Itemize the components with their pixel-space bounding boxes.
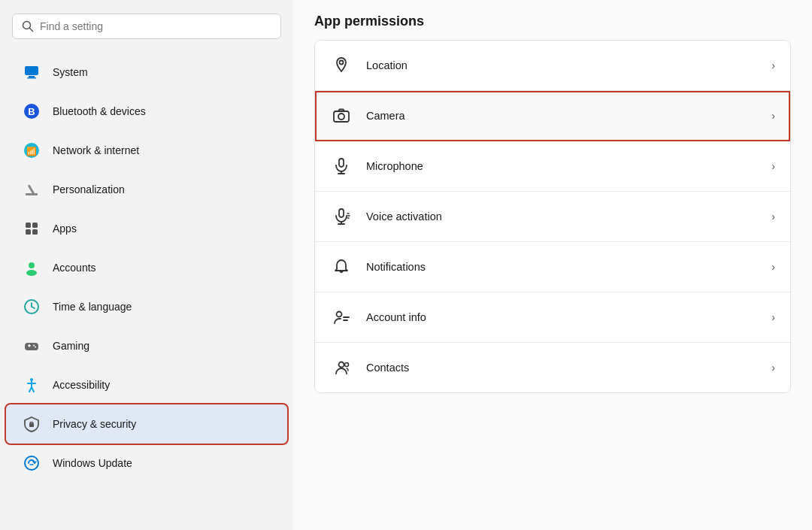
update-icon	[21, 453, 42, 474]
permission-item-contacts[interactable]: Contacts ›	[315, 343, 790, 392]
sidebar-item-network[interactable]: 📶 Network & internet	[6, 131, 287, 170]
sidebar-item-system-label: System	[53, 66, 88, 78]
voice-chevron: ›	[771, 210, 775, 223]
microphone-chevron: ›	[771, 160, 775, 172]
notifications-chevron: ›	[771, 261, 775, 273]
svg-rect-13	[26, 229, 31, 235]
sidebar-item-bluetooth[interactable]: B Bluetooth & devices	[6, 92, 287, 131]
svg-rect-36	[339, 159, 344, 167]
camera-icon	[330, 104, 353, 127]
time-icon	[21, 296, 42, 317]
gaming-icon	[21, 335, 42, 356]
sidebar-item-network-label: Network & internet	[53, 144, 139, 156]
svg-line-29	[32, 387, 34, 392]
svg-point-45	[337, 312, 342, 317]
permission-item-account-info[interactable]: Account info ›	[315, 292, 790, 343]
apps-icon	[21, 218, 42, 239]
sidebar-item-accessibility[interactable]: Accessibility	[6, 365, 287, 404]
svg-rect-12	[32, 223, 38, 228]
permission-voice-label: Voice activation	[366, 210, 758, 223]
search-box[interactable]	[12, 14, 281, 39]
sidebar-item-time-label: Time & language	[53, 301, 132, 313]
camera-chevron: ›	[771, 110, 775, 122]
permission-item-location[interactable]: Location ›	[315, 41, 790, 91]
svg-rect-11	[26, 223, 31, 228]
permission-notifications-label: Notifications	[366, 261, 758, 273]
permission-microphone-label: Microphone	[366, 160, 758, 172]
svg-text:📶: 📶	[26, 146, 37, 156]
sidebar-item-privacy[interactable]: Privacy & security	[6, 404, 287, 444]
location-chevron: ›	[771, 59, 775, 71]
sidebar-item-system[interactable]: System	[6, 53, 287, 92]
permission-item-camera[interactable]: Camera ›	[315, 91, 790, 141]
contacts-chevron: ›	[771, 362, 775, 374]
svg-line-1	[30, 29, 33, 32]
svg-line-19	[32, 307, 35, 308]
svg-rect-3	[29, 76, 35, 77]
svg-rect-9	[26, 193, 38, 195]
sidebar-item-privacy-label: Privacy & security	[53, 418, 136, 430]
location-icon	[330, 54, 353, 77]
bluetooth-icon: B	[21, 101, 42, 122]
svg-rect-4	[27, 77, 36, 79]
svg-rect-2	[25, 66, 38, 75]
permission-contacts-label: Contacts	[366, 362, 758, 374]
sidebar-item-gaming-label: Gaming	[53, 340, 89, 352]
account-info-icon	[330, 306, 353, 329]
sidebar-item-apps-label: Apps	[53, 223, 77, 235]
svg-rect-39	[339, 209, 344, 217]
sidebar-item-update[interactable]: Windows Update	[6, 444, 287, 483]
accounts-icon	[21, 257, 42, 278]
svg-point-35	[338, 114, 344, 120]
svg-rect-14	[32, 229, 38, 235]
permission-list: Location › Camera ›	[314, 40, 791, 393]
network-icon: 📶	[21, 140, 42, 161]
svg-rect-20	[25, 343, 38, 350]
search-icon	[22, 20, 34, 32]
account-info-chevron: ›	[771, 311, 775, 323]
contacts-icon	[330, 356, 353, 379]
system-icon	[21, 62, 42, 83]
sidebar: System B Bluetooth & devices 📶 Network &…	[0, 0, 293, 530]
svg-point-48	[339, 362, 344, 368]
notifications-icon	[330, 256, 353, 278]
svg-point-23	[33, 345, 35, 347]
sidebar-item-update-label: Windows Update	[53, 457, 132, 469]
sidebar-item-personalization[interactable]: Personalization	[6, 170, 287, 209]
svg-point-24	[35, 347, 36, 348]
svg-rect-30	[29, 423, 34, 427]
section-title: App permissions	[314, 0, 791, 40]
search-input[interactable]	[40, 20, 271, 32]
svg-point-15	[29, 262, 35, 268]
personalization-icon	[21, 179, 42, 200]
sidebar-item-time[interactable]: Time & language	[6, 287, 287, 326]
svg-point-49	[345, 363, 349, 367]
svg-point-31	[25, 456, 38, 470]
permission-camera-label: Camera	[366, 110, 758, 122]
sidebar-item-personalization-label: Personalization	[53, 183, 125, 195]
svg-text:B: B	[28, 106, 35, 117]
svg-rect-10	[28, 184, 35, 194]
voice-icon	[330, 205, 353, 228]
sidebar-item-accessibility-label: Accessibility	[53, 379, 110, 391]
accessibility-icon	[21, 374, 42, 395]
permission-item-voice[interactable]: Voice activation ›	[315, 192, 790, 242]
permission-item-microphone[interactable]: Microphone ›	[315, 141, 790, 192]
sidebar-item-accounts-label: Accounts	[53, 262, 96, 274]
permission-item-notifications[interactable]: Notifications ›	[315, 242, 790, 292]
sidebar-item-accounts[interactable]: Accounts	[6, 248, 287, 287]
microphone-icon	[330, 155, 353, 177]
svg-rect-22	[29, 344, 30, 347]
sidebar-item-bluetooth-label: Bluetooth & devices	[53, 105, 146, 117]
sidebar-item-gaming[interactable]: Gaming	[6, 326, 287, 365]
main-content: App permissions Location › Camer	[293, 0, 812, 530]
permission-account-info-label: Account info	[366, 311, 758, 323]
svg-point-16	[26, 270, 37, 276]
privacy-icon	[21, 413, 42, 435]
sidebar-item-apps[interactable]: Apps	[6, 209, 287, 248]
permission-location-label: Location	[366, 59, 758, 71]
svg-point-33	[340, 61, 344, 65]
